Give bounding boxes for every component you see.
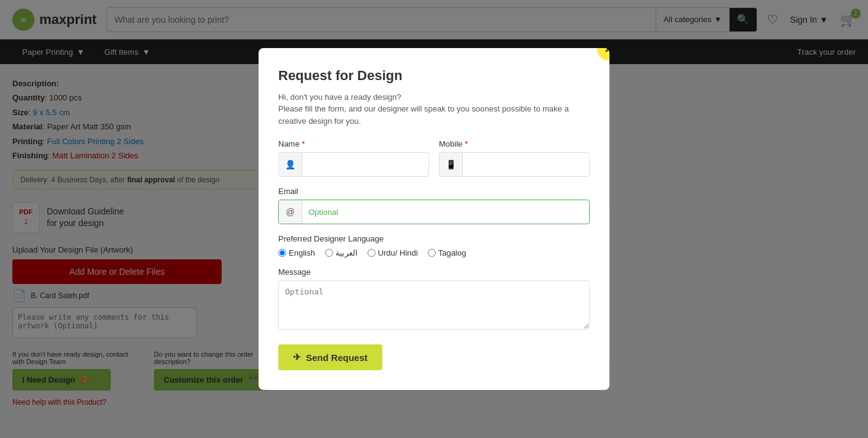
name-input[interactable] (302, 160, 428, 169)
lang-arabic[interactable]: العربية (325, 248, 358, 258)
lang-urdu-hindi[interactable]: Urdu/ Hindi (368, 248, 418, 258)
email-field-group: Email @ Optional (278, 187, 590, 224)
language-radio-group: English العربية Urdu/ Hindi Tagalog (278, 248, 590, 258)
preferred-language-section: Preferred Designer Language English العر… (278, 234, 590, 258)
radio-english[interactable] (278, 249, 286, 257)
send-icon: ✈ (293, 352, 301, 363)
radio-arabic[interactable] (325, 249, 333, 257)
preferred-language-label: Preferred Designer Language (278, 234, 590, 243)
email-label: Email (278, 187, 590, 196)
mobile-label: Mobile * (439, 139, 590, 148)
modal: ✕ Request for Design Hi, don't you have … (259, 48, 609, 391)
mobile-required: * (465, 139, 468, 148)
modal-close-button[interactable]: ✕ (597, 48, 609, 60)
person-icon: 👤 (279, 153, 302, 176)
email-input-wrapper: @ Optional (278, 200, 590, 224)
close-icon: ✕ (604, 48, 610, 56)
name-required: * (302, 139, 305, 148)
modal-subtitle: Hi, don't you have a ready design? Pleas… (278, 91, 590, 128)
name-label: Name * (278, 139, 429, 148)
email-placeholder: Optional (302, 208, 589, 217)
radio-urdu-hindi[interactable] (368, 249, 376, 257)
message-textarea[interactable] (278, 280, 590, 330)
message-label: Message (278, 267, 590, 277)
name-mobile-row: Name * 👤 Mobile * 📱 (278, 139, 590, 177)
message-section: Message (278, 267, 590, 332)
phone-icon: 📱 (440, 153, 463, 176)
name-input-wrapper: 👤 (278, 152, 429, 177)
lang-tagalog[interactable]: Tagalog (428, 248, 467, 258)
mobile-field-group: Mobile * 📱 (439, 139, 590, 177)
send-request-button[interactable]: ✈ Send Request (278, 344, 382, 370)
mobile-input[interactable] (463, 160, 589, 169)
mobile-input-wrapper: 📱 (439, 152, 590, 177)
lang-english[interactable]: English (278, 248, 315, 258)
radio-tagalog[interactable] (428, 249, 436, 257)
name-field-group: Name * 👤 (278, 139, 429, 177)
modal-title: Request for Design (278, 68, 590, 84)
modal-overlay[interactable]: ✕ Request for Design Hi, don't you have … (0, 0, 868, 438)
